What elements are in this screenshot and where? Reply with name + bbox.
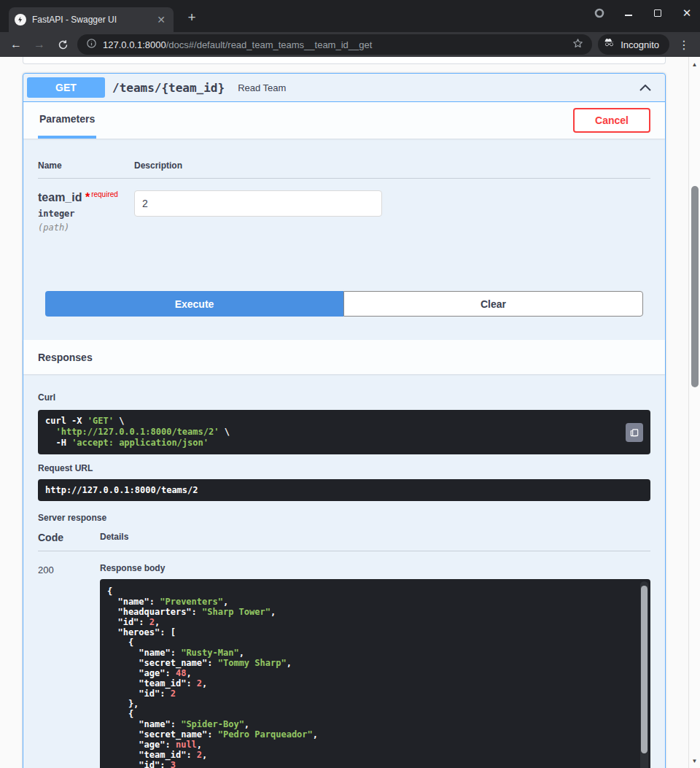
tab-close-icon[interactable]: ✕ <box>155 13 168 26</box>
browser-navbar: ← → 127.0.0.1:8000/docs#/default/read_te… <box>0 32 700 57</box>
parameter-name-cell: team_id *required integer (path) <box>38 190 134 233</box>
copy-to-clipboard-icon[interactable] <box>626 423 643 442</box>
page-scrollbar-thumb[interactable] <box>691 186 699 387</box>
minimize-icon[interactable] <box>623 7 634 19</box>
parameters-table-head: Name Description <box>38 160 650 179</box>
response-details-cell: Response body { "name": "Preventers", "h… <box>100 563 650 768</box>
response-body-label: Response body <box>100 563 650 573</box>
response-row: 200 Response body { "name": "Preventers"… <box>38 551 650 768</box>
browser-tab[interactable]: FastAPI - Swagger UI ✕ <box>9 7 174 32</box>
page-viewport: GET /teams/{team_id} Read Team Parameter… <box>0 57 700 768</box>
page-scrollbar[interactable]: ▲ ▼ <box>688 57 700 768</box>
parameter-type: integer <box>38 209 134 219</box>
forward-icon[interactable]: → <box>31 36 48 53</box>
reload-icon[interactable] <box>54 36 71 53</box>
previous-section-edge <box>23 57 666 64</box>
response-body-codeblock: { "name": "Preventers", "headquarters": … <box>100 579 650 768</box>
close-window-icon[interactable]: ✕ <box>681 7 693 19</box>
execute-button[interactable]: Execute <box>45 291 343 317</box>
back-icon[interactable]: ← <box>7 36 25 53</box>
tab-title: FastAPI - Swagger UI <box>32 15 149 25</box>
parameter-name: team_id *required <box>38 190 134 204</box>
incognito-badge: Incognito <box>598 34 669 55</box>
response-body-scrollbar-thumb[interactable] <box>641 586 648 753</box>
url-path: /docs#/default/read_team_teams__team_id_… <box>166 39 373 50</box>
new-tab-icon[interactable]: + <box>182 8 201 27</box>
description-column-header: Description <box>134 160 182 171</box>
execute-row: Execute Clear <box>23 291 665 331</box>
details-column-header: Details <box>100 532 128 543</box>
incognito-label: Incognito <box>621 39 659 50</box>
parameters-area: Name Description team_id *required integ… <box>23 139 665 291</box>
incognito-icon <box>603 37 615 52</box>
name-column-header: Name <box>38 160 134 171</box>
required-label: required <box>91 190 118 198</box>
swagger-page: GET /teams/{team_id} Read Team Parameter… <box>0 57 688 768</box>
response-body-scrollbar[interactable] <box>640 581 648 768</box>
responses-title: Responses <box>38 352 93 363</box>
maximize-icon[interactable] <box>652 7 664 19</box>
request-url-label: Request URL <box>38 463 650 473</box>
address-bar[interactable]: 127.0.0.1:8000/docs#/default/read_team_t… <box>77 34 592 55</box>
parameter-location: (path) <box>38 222 134 233</box>
server-response-label: Server response <box>38 513 650 523</box>
team-id-input[interactable] <box>134 190 382 217</box>
request-url-value: http://127.0.0.1:8000/teams/2 <box>38 479 650 501</box>
cancel-button[interactable]: Cancel <box>573 108 650 133</box>
clear-button[interactable]: Clear <box>343 291 643 317</box>
opblock-summary[interactable]: GET /teams/{team_id} Read Team <box>23 74 665 102</box>
parameters-header: Parameters Cancel <box>23 102 665 139</box>
status-code: 200 <box>38 563 100 768</box>
browser-tab-bar: FastAPI - Swagger UI ✕ + ✕ <box>0 0 700 32</box>
window-controls: ✕ <box>594 0 693 26</box>
responses-area: Curl curl -X 'GET' \ 'http://127.0.0.1:8… <box>23 374 665 768</box>
bookmark-star-icon[interactable] <box>572 38 583 52</box>
required-star: * <box>85 191 90 203</box>
curl-codeblock: curl -X 'GET' \ 'http://127.0.0.1:8000/t… <box>38 410 650 454</box>
endpoint-path: /teams/{team_id} <box>112 81 225 95</box>
opblock-get-teams: GET /teams/{team_id} Read Team Parameter… <box>23 73 666 768</box>
code-column-header: Code <box>38 532 100 543</box>
url-text[interactable]: 127.0.0.1:8000/docs#/default/read_team_t… <box>103 39 567 50</box>
curl-label: Curl <box>38 392 650 403</box>
scroll-up-icon[interactable]: ▲ <box>689 59 700 69</box>
scroll-down-icon[interactable]: ▼ <box>689 756 700 766</box>
response-table-head: Code Details <box>38 532 650 551</box>
tab-parameters[interactable]: Parameters <box>38 102 96 139</box>
endpoint-summary: Read Team <box>238 82 639 93</box>
kebab-menu-icon[interactable]: ⋮ <box>675 36 693 53</box>
update-status-icon[interactable] <box>594 7 605 19</box>
chevron-up-icon[interactable] <box>639 85 651 91</box>
url-host: 127.0.0.1:8000 <box>103 39 166 50</box>
parameter-description-cell <box>134 190 382 233</box>
fastapi-favicon-icon <box>15 14 26 26</box>
responses-header: Responses <box>23 340 665 374</box>
method-badge[interactable]: GET <box>27 77 105 98</box>
info-icon[interactable] <box>86 38 97 52</box>
parameter-row: team_id *required integer (path) <box>38 179 650 276</box>
